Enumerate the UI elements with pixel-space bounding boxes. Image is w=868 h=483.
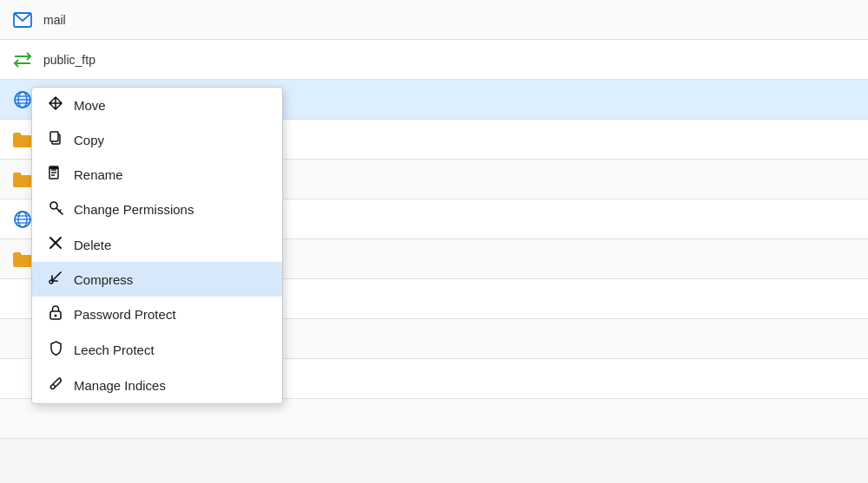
context-menu-label-compress: Compress xyxy=(74,272,133,287)
shield-icon xyxy=(46,341,65,359)
mail-icon xyxy=(10,8,35,32)
key-icon xyxy=(46,200,65,219)
context-menu-item-move[interactable]: Move xyxy=(32,88,282,122)
svg-point-20 xyxy=(50,202,57,209)
context-menu-item-change-permissions[interactable]: Change Permissions xyxy=(32,192,282,227)
context-menu-label-copy: Copy xyxy=(74,133,104,147)
file-label-ftp: public_ftp xyxy=(43,53,95,67)
context-menu-item-leech-protect[interactable]: Leech Protect xyxy=(32,332,282,368)
context-menu-label-delete: Delete xyxy=(74,238,111,252)
context-menu-label-manage-indices: Manage Indices xyxy=(74,378,166,393)
delete-icon xyxy=(46,236,65,253)
svg-point-30 xyxy=(55,315,57,317)
svg-rect-14 xyxy=(50,132,58,141)
context-menu-item-compress[interactable]: Compress xyxy=(32,262,282,297)
context-menu-item-password-protect[interactable]: Password Protect xyxy=(32,297,282,332)
file-row-public-ftp[interactable]: public_ftp xyxy=(0,40,868,80)
context-menu-item-copy[interactable]: Copy xyxy=(32,122,282,157)
copy-icon xyxy=(46,131,65,148)
rename-icon xyxy=(46,166,65,183)
svg-rect-19 xyxy=(49,166,58,169)
context-menu: Move Copy Rename xyxy=(31,87,283,404)
context-menu-item-rename[interactable]: Rename xyxy=(32,157,282,192)
file-label-mail: mail xyxy=(43,13,66,27)
lock-icon xyxy=(46,305,65,323)
wrench-icon xyxy=(46,376,65,395)
svg-line-31 xyxy=(53,384,56,387)
compress-icon xyxy=(46,271,65,288)
context-menu-label-leech-protect: Leech Protect xyxy=(74,343,155,357)
context-menu-label-rename: Rename xyxy=(74,167,123,182)
context-menu-item-delete[interactable]: Delete xyxy=(32,227,282,262)
ftp-icon xyxy=(10,48,35,72)
svg-line-25 xyxy=(52,272,61,281)
svg-point-28 xyxy=(49,280,53,284)
context-menu-item-manage-indices[interactable]: Manage Indices xyxy=(32,368,282,403)
file-row-mail[interactable]: mail xyxy=(0,0,868,40)
context-menu-label-change-permissions: Change Permissions xyxy=(74,202,194,217)
move-icon xyxy=(46,96,65,114)
file-row-empty4 xyxy=(0,399,868,439)
context-menu-label-move: Move xyxy=(74,98,106,113)
context-menu-label-password-protect: Password Protect xyxy=(74,307,176,322)
